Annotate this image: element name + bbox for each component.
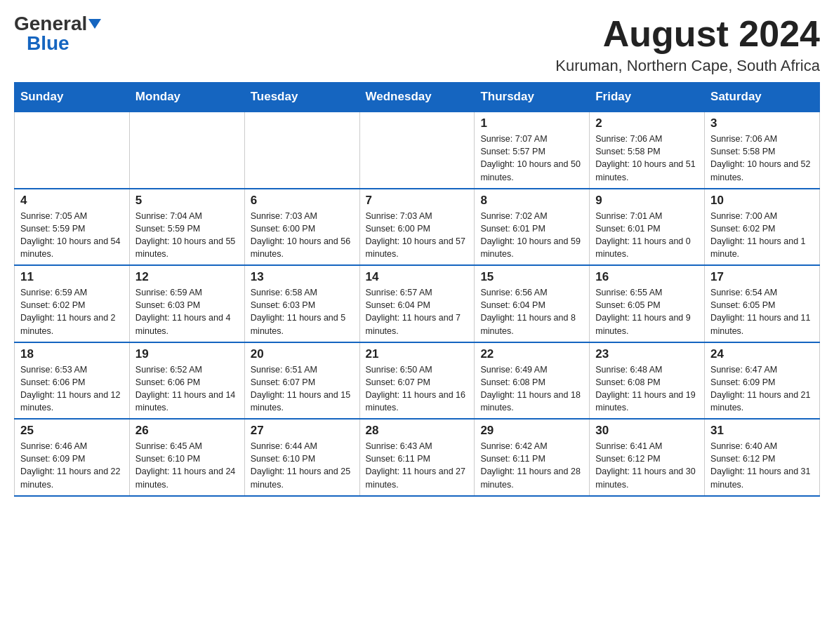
day-info: Sunrise: 6:41 AMSunset: 6:12 PMDaylight:…	[595, 440, 699, 491]
weekday-header-thursday: Thursday	[475, 83, 590, 112]
calendar-cell: 10Sunrise: 7:00 AMSunset: 6:02 PMDayligh…	[705, 189, 820, 266]
calendar-cell: 8Sunrise: 7:02 AMSunset: 6:01 PMDaylight…	[475, 189, 590, 266]
day-number: 19	[135, 347, 239, 361]
day-number: 29	[480, 424, 583, 438]
day-number: 25	[20, 424, 124, 438]
calendar-cell: 22Sunrise: 6:49 AMSunset: 6:08 PMDayligh…	[475, 342, 590, 420]
calendar-cell: 13Sunrise: 6:58 AMSunset: 6:03 PMDayligh…	[244, 265, 359, 342]
day-number: 23	[595, 347, 699, 361]
day-number: 14	[366, 270, 469, 284]
day-number: 30	[595, 424, 699, 438]
day-info: Sunrise: 6:43 AMSunset: 6:11 PMDaylight:…	[366, 440, 469, 491]
calendar-week-row: 11Sunrise: 6:59 AMSunset: 6:02 PMDayligh…	[15, 265, 820, 342]
day-info: Sunrise: 7:01 AMSunset: 6:01 PMDaylight:…	[595, 210, 699, 261]
calendar-week-row: 1Sunrise: 7:07 AMSunset: 5:57 PMDaylight…	[15, 112, 820, 189]
day-number: 15	[480, 270, 583, 284]
day-number: 4	[20, 194, 124, 208]
day-number: 28	[366, 424, 469, 438]
day-number: 26	[135, 424, 239, 438]
calendar-cell: 1Sunrise: 7:07 AMSunset: 5:57 PMDaylight…	[475, 112, 590, 189]
day-info: Sunrise: 7:06 AMSunset: 5:58 PMDaylight:…	[710, 133, 814, 184]
day-number: 31	[710, 424, 814, 438]
calendar-cell: 20Sunrise: 6:51 AMSunset: 6:07 PMDayligh…	[244, 342, 359, 420]
calendar-cell: 14Sunrise: 6:57 AMSunset: 6:04 PMDayligh…	[359, 265, 475, 342]
day-number: 20	[251, 347, 354, 361]
day-info: Sunrise: 6:50 AMSunset: 6:07 PMDaylight:…	[366, 363, 469, 415]
calendar-cell	[129, 112, 244, 189]
day-number: 6	[251, 194, 354, 208]
day-info: Sunrise: 6:48 AMSunset: 6:08 PMDaylight:…	[595, 363, 699, 415]
calendar-cell: 25Sunrise: 6:46 AMSunset: 6:09 PMDayligh…	[15, 419, 130, 496]
day-info: Sunrise: 6:52 AMSunset: 6:06 PMDaylight:…	[135, 363, 239, 415]
day-info: Sunrise: 6:55 AMSunset: 6:05 PMDaylight:…	[595, 286, 699, 337]
day-info: Sunrise: 6:46 AMSunset: 6:09 PMDaylight:…	[20, 440, 124, 491]
weekday-header-monday: Monday	[129, 83, 244, 112]
location-subtitle: Kuruman, Northern Cape, South Africa	[555, 57, 820, 75]
day-info: Sunrise: 6:54 AMSunset: 6:05 PMDaylight:…	[710, 286, 814, 337]
calendar-cell: 12Sunrise: 6:59 AMSunset: 6:03 PMDayligh…	[129, 265, 244, 342]
calendar-cell: 27Sunrise: 6:44 AMSunset: 6:10 PMDayligh…	[244, 419, 359, 496]
weekday-header-saturday: Saturday	[705, 83, 820, 112]
weekday-header-friday: Friday	[590, 83, 705, 112]
calendar-cell: 5Sunrise: 7:04 AMSunset: 5:59 PMDaylight…	[129, 189, 244, 266]
calendar-cell: 24Sunrise: 6:47 AMSunset: 6:09 PMDayligh…	[705, 342, 820, 420]
day-number: 9	[595, 194, 699, 208]
calendar-table: SundayMondayTuesdayWednesdayThursdayFrid…	[14, 82, 820, 497]
day-number: 7	[366, 194, 469, 208]
day-number: 27	[251, 424, 354, 438]
title-section: August 2024 Kuruman, Northern Cape, Sout…	[555, 14, 820, 75]
day-number: 1	[480, 116, 583, 130]
calendar-cell: 29Sunrise: 6:42 AMSunset: 6:11 PMDayligh…	[475, 419, 590, 496]
calendar-cell: 2Sunrise: 7:06 AMSunset: 5:58 PMDaylight…	[590, 112, 705, 189]
day-info: Sunrise: 7:03 AMSunset: 6:00 PMDaylight:…	[366, 210, 469, 261]
day-info: Sunrise: 7:06 AMSunset: 5:58 PMDaylight:…	[595, 133, 699, 184]
day-number: 18	[20, 347, 124, 361]
day-number: 11	[20, 270, 124, 284]
calendar-cell: 21Sunrise: 6:50 AMSunset: 6:07 PMDayligh…	[359, 342, 475, 420]
day-info: Sunrise: 6:47 AMSunset: 6:09 PMDaylight:…	[710, 363, 814, 415]
day-info: Sunrise: 6:44 AMSunset: 6:10 PMDaylight:…	[251, 440, 354, 491]
calendar-cell: 6Sunrise: 7:03 AMSunset: 6:00 PMDaylight…	[244, 189, 359, 266]
day-info: Sunrise: 6:56 AMSunset: 6:04 PMDaylight:…	[480, 286, 583, 337]
calendar-cell: 30Sunrise: 6:41 AMSunset: 6:12 PMDayligh…	[590, 419, 705, 496]
day-number: 24	[710, 347, 814, 361]
day-info: Sunrise: 6:40 AMSunset: 6:12 PMDaylight:…	[710, 440, 814, 491]
day-info: Sunrise: 7:05 AMSunset: 5:59 PMDaylight:…	[20, 210, 124, 261]
day-number: 12	[135, 270, 239, 284]
calendar-cell: 7Sunrise: 7:03 AMSunset: 6:00 PMDaylight…	[359, 189, 475, 266]
logo: General Blue	[14, 14, 101, 53]
calendar-week-row: 25Sunrise: 6:46 AMSunset: 6:09 PMDayligh…	[15, 419, 820, 496]
day-info: Sunrise: 7:03 AMSunset: 6:00 PMDaylight:…	[251, 210, 354, 261]
calendar-cell: 15Sunrise: 6:56 AMSunset: 6:04 PMDayligh…	[475, 265, 590, 342]
calendar-cell: 17Sunrise: 6:54 AMSunset: 6:05 PMDayligh…	[705, 265, 820, 342]
calendar-cell: 16Sunrise: 6:55 AMSunset: 6:05 PMDayligh…	[590, 265, 705, 342]
calendar-cell: 4Sunrise: 7:05 AMSunset: 5:59 PMDaylight…	[15, 189, 130, 266]
day-info: Sunrise: 6:49 AMSunset: 6:08 PMDaylight:…	[480, 363, 583, 415]
day-info: Sunrise: 6:58 AMSunset: 6:03 PMDaylight:…	[251, 286, 354, 337]
calendar-cell: 26Sunrise: 6:45 AMSunset: 6:10 PMDayligh…	[129, 419, 244, 496]
weekday-header-wednesday: Wednesday	[359, 83, 475, 112]
logo-blue-text: Blue	[27, 34, 70, 53]
weekday-header-tuesday: Tuesday	[244, 83, 359, 112]
day-info: Sunrise: 6:59 AMSunset: 6:03 PMDaylight:…	[135, 286, 239, 337]
calendar-cell	[359, 112, 475, 189]
day-info: Sunrise: 7:07 AMSunset: 5:57 PMDaylight:…	[480, 133, 583, 184]
month-title: August 2024	[555, 14, 820, 54]
day-number: 8	[480, 194, 583, 208]
day-number: 22	[480, 347, 583, 361]
logo-general-text: General	[14, 14, 87, 34]
logo-triangle-icon	[88, 19, 101, 29]
calendar-cell	[15, 112, 130, 189]
day-info: Sunrise: 6:59 AMSunset: 6:02 PMDaylight:…	[20, 286, 124, 337]
day-number: 2	[595, 116, 699, 130]
calendar-cell: 31Sunrise: 6:40 AMSunset: 6:12 PMDayligh…	[705, 419, 820, 496]
calendar-week-row: 18Sunrise: 6:53 AMSunset: 6:06 PMDayligh…	[15, 342, 820, 420]
calendar-cell: 28Sunrise: 6:43 AMSunset: 6:11 PMDayligh…	[359, 419, 475, 496]
day-number: 5	[135, 194, 239, 208]
calendar-cell: 23Sunrise: 6:48 AMSunset: 6:08 PMDayligh…	[590, 342, 705, 420]
day-info: Sunrise: 6:45 AMSunset: 6:10 PMDaylight:…	[135, 440, 239, 491]
day-info: Sunrise: 7:02 AMSunset: 6:01 PMDaylight:…	[480, 210, 583, 261]
day-info: Sunrise: 7:04 AMSunset: 5:59 PMDaylight:…	[135, 210, 239, 261]
day-info: Sunrise: 6:42 AMSunset: 6:11 PMDaylight:…	[480, 440, 583, 491]
day-number: 21	[366, 347, 469, 361]
